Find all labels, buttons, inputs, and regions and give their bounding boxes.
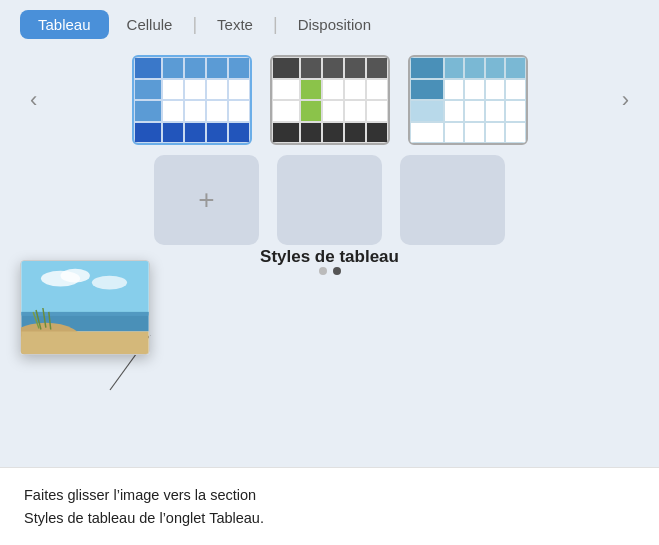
panel: Tableau Cellule | Texte | Disposition ‹: [0, 0, 659, 545]
add-style-box[interactable]: +: [154, 155, 259, 245]
table-previews: [132, 55, 528, 145]
dot-1[interactable]: [319, 267, 327, 275]
tab-texte-label: Texte: [217, 16, 253, 33]
separator-2: |: [273, 14, 278, 35]
separator-1: |: [192, 14, 197, 35]
next-arrow[interactable]: ›: [612, 83, 639, 117]
style-slot-3[interactable]: [400, 155, 505, 245]
svg-rect-0: [21, 261, 148, 315]
icon-row: +: [10, 155, 649, 245]
section-label: Styles de tableau: [260, 247, 399, 267]
tab-bar: Tableau Cellule | Texte | Disposition: [0, 0, 659, 39]
drag-image: [20, 260, 150, 355]
tab-cellule-label: Cellule: [127, 16, 173, 33]
style-slot-2[interactable]: [277, 155, 382, 245]
tab-tableau[interactable]: Tableau: [20, 10, 109, 39]
svg-rect-8: [21, 331, 148, 354]
table-style-3[interactable]: [408, 55, 528, 145]
tab-texte[interactable]: Texte: [199, 10, 271, 39]
table-style-1[interactable]: [132, 55, 252, 145]
svg-point-2: [61, 269, 90, 283]
tab-tableau-label: Tableau: [38, 16, 91, 33]
prev-arrow[interactable]: ‹: [20, 83, 47, 117]
plus-icon: +: [198, 184, 214, 216]
dot-2[interactable]: [333, 267, 341, 275]
svg-point-3: [92, 276, 127, 290]
svg-rect-5: [21, 312, 148, 316]
table-style-2[interactable]: [270, 55, 390, 145]
tab-disposition[interactable]: Disposition: [280, 10, 389, 39]
page-dots: [319, 267, 341, 275]
table-style-1-grid: [134, 57, 250, 143]
table-style-2-grid: [272, 57, 388, 143]
tab-cellule[interactable]: Cellule: [109, 10, 191, 39]
tab-disposition-label: Disposition: [298, 16, 371, 33]
callout-text: Faites glisser l’image vers la section S…: [24, 487, 264, 525]
table-style-3-grid: [410, 57, 526, 143]
callout-box: Faites glisser l’image vers la section S…: [0, 467, 659, 545]
nav-row: ‹: [10, 55, 649, 145]
